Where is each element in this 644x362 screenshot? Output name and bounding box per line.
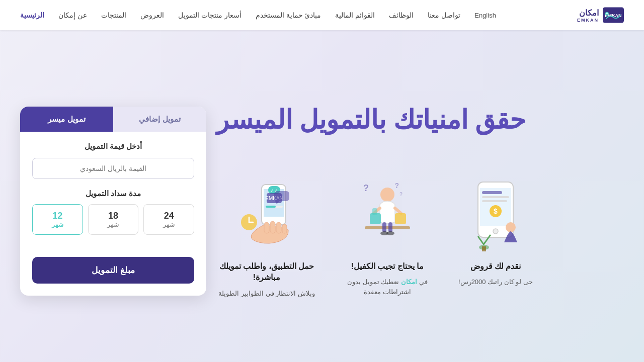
calculator-card: تمويل إضافي تمويل ميسر أدخل قيمة التمويل… — [20, 107, 206, 296]
duration-btn-18[interactable]: 18 شهر — [88, 204, 139, 235]
nav-link-english[interactable]: English — [474, 12, 496, 19]
svg-point-11 — [506, 222, 516, 232]
svg-rect-6 — [482, 196, 509, 198]
tab-additional[interactable]: تمويل إضافي — [113, 107, 206, 132]
card-noguarantor-title: ما يحتاج تجيب الكفيل! — [351, 261, 424, 272]
hero-left-content: حقق امنياتك بالتمويل الميسر $ — [216, 104, 604, 299]
logo-icon: EMKAN — [603, 5, 624, 26]
nav-item-offers[interactable]: العروض — [140, 11, 164, 20]
hero-title: حقق امنياتك بالتمويل الميسر — [216, 104, 526, 135]
phone-app-icon: $ — [463, 177, 528, 255]
nav-item-prices[interactable]: أسعار منتجات التمويل — [178, 11, 242, 20]
nav-link-products[interactable]: المنتجات — [101, 11, 126, 19]
phone-app-illustration: $ — [458, 175, 533, 256]
svg-rect-20 — [372, 208, 377, 215]
duration-18-unit: شهر — [92, 221, 135, 228]
svg-point-14 — [380, 188, 394, 202]
svg-rect-13 — [482, 246, 486, 251]
nav-link-jobs[interactable]: الوظائف — [389, 11, 414, 19]
tab-muyassar[interactable]: تمويل ميسر — [20, 107, 113, 132]
svg-rect-37 — [276, 222, 281, 233]
duration-label: مدة سداد التمويل — [32, 189, 194, 198]
card-app-title: حمل التطبيق، واطلب تمويلك مباشرة! — [216, 261, 317, 284]
svg-rect-35 — [264, 222, 269, 233]
nav-item-english[interactable]: English — [474, 11, 496, 20]
svg-point-10 — [493, 229, 498, 234]
card-loans-title: نقدم لك قروض — [470, 261, 521, 272]
nav-item-products[interactable]: المنتجات — [101, 11, 126, 20]
svg-text:?: ? — [363, 183, 369, 193]
nav-item-financial[interactable]: القوائم المالية — [335, 11, 375, 20]
hero-card-no-guarantor: ? ? ? — [337, 175, 438, 297]
svg-rect-38 — [282, 224, 287, 233]
logo-brand-name: EMKAN — [577, 18, 599, 23]
hero-right-calculator: تمويل إضافي تمويل ميسر أدخل قيمة التمويل… — [20, 107, 206, 296]
emkan-highlight: امكان — [401, 278, 417, 286]
nav-link-offers[interactable]: العروض — [140, 11, 164, 19]
card-noguarantor-desc: في امكان نعطيك تمويل بدون اشتراطات معقدة — [337, 277, 438, 297]
nav-link-contact[interactable]: تواصل معنا — [428, 11, 460, 19]
svg-rect-33 — [266, 206, 276, 208]
svg-text:?: ? — [399, 192, 403, 197]
duration-24-unit: شهر — [147, 221, 191, 228]
nav-item-protection[interactable]: مبادئ حماية المستخدم — [256, 11, 321, 20]
nav-item-contact[interactable]: تواصل معنا — [428, 11, 460, 20]
nav-link-home[interactable]: الرئيسية — [20, 11, 44, 19]
puzzle-person-illustration: ? ? ? — [350, 175, 425, 256]
puzzle-person-icon: ? ? ? — [355, 177, 420, 255]
hero-card-loans: $ نقدم لك قروض حى لو كان راتبك 200 — [458, 175, 533, 287]
duration-12-months: 12 — [36, 211, 79, 221]
nav-link-financial[interactable]: القوائم المالية — [335, 11, 375, 19]
mobile-hand-icon: ✓✓ EMKAN — [234, 177, 299, 255]
duration-options: 24 شهر 18 شهر 12 شهر — [32, 204, 194, 235]
hero-section: حقق امنياتك بالتمويل الميسر $ — [0, 30, 644, 362]
svg-rect-39 — [274, 191, 289, 201]
nav-item-about[interactable]: عن إمكان — [58, 11, 87, 20]
duration-btn-24[interactable]: 24 شهر — [143, 204, 194, 235]
logo[interactable]: EMKAN امکان EMKAN — [577, 5, 624, 26]
svg-rect-22 — [382, 222, 386, 232]
svg-text:?: ? — [394, 182, 399, 190]
svg-rect-36 — [270, 221, 275, 233]
nav-item-jobs[interactable]: الوظائف — [389, 11, 414, 20]
svg-rect-7 — [482, 200, 507, 202]
hero-card-app: ✓✓ EMKAN — [216, 175, 317, 298]
svg-text:$: $ — [494, 207, 498, 215]
nav-link-protection[interactable]: مبادئ حماية المستخدم — [256, 11, 321, 19]
svg-rect-23 — [388, 222, 392, 232]
duration-btn-12[interactable]: 12 شهر — [32, 204, 83, 235]
duration-12-unit: شهر — [36, 221, 79, 228]
nav-item-home[interactable]: الرئيسية — [20, 11, 44, 20]
amount-label: أدخل قيمة التمويل — [32, 142, 194, 151]
svg-rect-21 — [395, 213, 406, 224]
amount-input[interactable] — [32, 158, 194, 179]
svg-point-25 — [386, 231, 394, 235]
svg-rect-5 — [482, 191, 502, 194]
calculator-tabs: تمويل إضافي تمويل ميسر — [20, 107, 206, 132]
card-loans-desc: حى لو كان راتبك 2000رس! — [458, 277, 533, 287]
nav-link-prices[interactable]: أسعار منتجات التمويل — [178, 11, 242, 19]
duration-24-months: 24 — [147, 211, 191, 221]
calculate-button[interactable]: مبلغ التمويل — [32, 257, 194, 284]
mobile-hand-illustration: ✓✓ EMKAN — [229, 175, 304, 256]
calculator-body: أدخل قيمة التمويل مدة سداد التمويل 24 شه… — [20, 132, 206, 257]
hero-cards: $ نقدم لك قروض حى لو كان راتبك 200 — [216, 175, 533, 298]
navbar: EMKAN امکان EMKAN English تواصل معنا الو… — [0, 0, 644, 30]
nav-link-about[interactable]: عن إمكان — [58, 11, 87, 19]
logo-emkan-text: امکان — [579, 8, 599, 18]
svg-rect-18 — [365, 226, 410, 229]
nav-links: English تواصل معنا الوظائف القوائم المال… — [20, 11, 496, 20]
duration-18-months: 18 — [92, 211, 135, 221]
card-app-desc: وبلاش الانتظار في الطوابير الطويلة — [218, 289, 314, 299]
